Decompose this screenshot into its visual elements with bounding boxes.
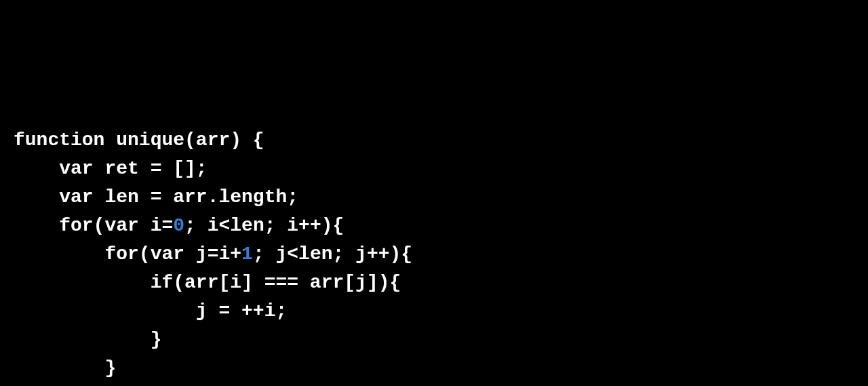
- code-line-4: for(var i=0; i<len; i++){: [14, 212, 854, 240]
- code-line-1: function unique(arr) {: [14, 126, 854, 155]
- code-line-5: for(var j=i+1; j<len; j++){: [14, 240, 854, 269]
- number-literal: 0: [173, 215, 184, 236]
- number-literal: 1: [241, 244, 253, 265]
- code-line-2: var ret = [];: [14, 155, 854, 183]
- code-segment: ; i<len; i++){: [184, 215, 344, 236]
- code-line-7: j = ++i;: [14, 297, 854, 326]
- code-block: function unique(arr) { var ret = []; var…: [14, 126, 854, 386]
- code-line-9: }: [14, 354, 854, 383]
- code-segment: for(var i=: [14, 215, 173, 236]
- code-segment: ; j<len; j++){: [253, 244, 412, 265]
- code-line-3: var len = arr.length;: [14, 183, 854, 212]
- code-line-8: }: [14, 326, 854, 354]
- code-line-10: ret.push(arr[i]);: [14, 383, 854, 386]
- code-line-6: if(arr[i] === arr[j]){: [14, 269, 854, 297]
- code-segment: for(var j=i+: [14, 244, 241, 265]
